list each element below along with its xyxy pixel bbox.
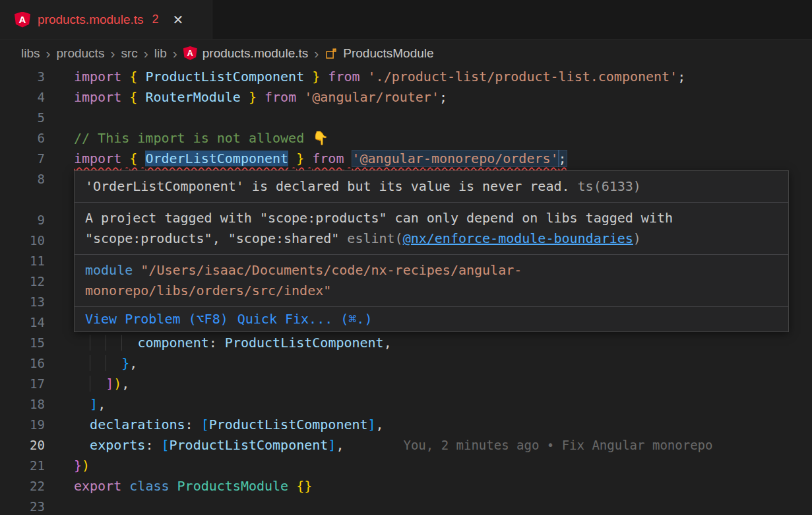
code-line[interactable]: 18 ],: [0, 394, 812, 415]
code-token: :: [185, 417, 201, 432]
line-number: 5: [0, 108, 45, 128]
code-token: ]: [368, 417, 376, 432]
line-number: 4: [0, 87, 45, 108]
code-line-content: declarations: [ProductListComponent],: [45, 415, 384, 435]
line-number: 8: [0, 169, 45, 189]
close-icon[interactable]: ✕: [173, 12, 184, 28]
line-number: [0, 189, 45, 210]
eslint-message-line2-text: "scope:products", "scope:shared": [85, 230, 347, 246]
code-token: [106, 335, 121, 351]
code-token: [74, 376, 90, 392]
code-token: [257, 89, 265, 105]
ts-diagnostic-message: 'OrderListComponent' is declared but its…: [85, 178, 570, 194]
tab-bar: A products.module.ts 2 ✕: [0, 0, 812, 40]
code-line[interactable]: 23: [0, 497, 812, 515]
tab-problem-count-badge: 2: [152, 13, 159, 26]
line-number: 13: [0, 292, 45, 312]
code-line-content: import { ProductListComponent } from './…: [45, 67, 685, 87]
code-line-content: import { OrderListComponent } from '@ang…: [45, 149, 567, 169]
code-token: [74, 437, 90, 453]
angular-letter: A: [187, 49, 193, 57]
view-problem-action[interactable]: View Problem (⌥F8): [85, 309, 228, 329]
code-line[interactable]: 4import { RouterModule } from '@angular/…: [0, 87, 812, 108]
code-line[interactable]: 20 exports: [ProductListComponent],You, …: [0, 435, 812, 456]
class-symbol-icon: [325, 47, 338, 60]
code-token: [121, 151, 129, 166]
line-number: 15: [0, 333, 45, 353]
code-token: [90, 376, 106, 392]
code-token: [90, 335, 106, 351]
code-token: {: [129, 151, 137, 166]
code-token: [288, 151, 296, 166]
code-line[interactable]: 19 declarations: [ProductListComponent],: [0, 415, 812, 435]
code-token: './product-list/product-list.component': [368, 69, 678, 85]
code-token: ,: [121, 376, 129, 392]
code-token: ,: [384, 335, 392, 351]
code-token: '@angular-monorepo/orders': [352, 151, 559, 166]
line-number: 21: [0, 456, 45, 476]
line-number: 22: [0, 476, 45, 497]
code-token: [121, 69, 129, 85]
code-token: [74, 355, 90, 371]
code-line-content: // This import is not allowed 👇: [45, 128, 328, 149]
code-token: ;: [439, 89, 447, 105]
code-line-content: [45, 312, 74, 333]
eslint-rule-link[interactable]: @nx/enforce-module-boundaries: [403, 230, 633, 246]
code-line[interactable]: 5: [0, 108, 812, 128]
chevron-right-icon: ›: [144, 46, 148, 60]
eslint-source-close: ): [633, 230, 641, 246]
chevron-right-icon: ›: [314, 46, 319, 60]
code-token: [74, 335, 90, 351]
vscode-window: A products.module.ts 2 ✕ libs › products…: [0, 0, 812, 515]
chevron-right-icon: ›: [46, 46, 51, 60]
code-token: [304, 151, 312, 166]
code-line-content: ]),: [45, 374, 129, 394]
code-line[interactable]: 6// This import is not allowed 👇: [0, 128, 812, 149]
code-line-content: }): [45, 456, 90, 476]
line-number: 23: [0, 497, 45, 515]
angular-letter: A: [19, 15, 26, 24]
line-number: 19: [0, 415, 45, 435]
code-line[interactable]: 21}): [0, 456, 812, 476]
line-number: 9: [0, 210, 45, 230]
code-token: // This import is not allowed 👇: [74, 130, 328, 146]
chevron-right-icon: ›: [173, 46, 177, 60]
tab-products-module[interactable]: A products.module.ts 2 ✕: [0, 0, 212, 39]
breadcrumb-item-symbol[interactable]: ProductsModule: [325, 46, 433, 61]
code-token: ,: [376, 417, 384, 432]
code-line-content: [45, 169, 74, 189]
line-number: 3: [0, 67, 45, 87]
code-line[interactable]: 16 },: [0, 353, 812, 374]
code-line-content: [45, 497, 74, 515]
code-token: [137, 151, 145, 166]
code-token: ,: [129, 355, 137, 371]
quick-fix-action[interactable]: Quick Fix... (⌘.): [237, 309, 373, 329]
code-line-content: [45, 230, 74, 251]
code-editor[interactable]: 3import { ProductListComponent } from '.…: [0, 67, 812, 515]
code-line[interactable]: 7import { OrderListComponent } from '@an…: [0, 149, 812, 169]
eslint-message-line2: "scope:products", "scope:shared" eslint(…: [85, 228, 778, 249]
code-line[interactable]: 15 component: ProductListComponent,: [0, 333, 812, 353]
tab-label: products.module.ts: [38, 13, 144, 27]
code-line[interactable]: 3import { ProductListComponent } from '.…: [0, 67, 812, 87]
hover-status-bar: View Problem (⌥F8) Quick Fix... (⌘.): [75, 307, 788, 331]
module-path-line2: monorepo/libs/orders/src/index": [85, 283, 331, 298]
ts-diagnostic-code: ts(6133): [578, 178, 641, 194]
breadcrumb-item-libs[interactable]: libs: [21, 46, 40, 61]
breadcrumb-item-src[interactable]: src: [121, 46, 137, 61]
breadcrumb-item-file[interactable]: A products.module.ts: [183, 46, 309, 61]
code-token: ProductListComponent: [170, 437, 328, 453]
angular-file-icon: A: [183, 46, 197, 60]
module-info-line1: module "/Users/isaac/Documents/code/nx-r…: [85, 260, 778, 281]
code-token: ProductListComponent: [225, 335, 384, 351]
breadcrumb-item-products[interactable]: products: [57, 46, 105, 61]
breadcrumb: libs › products › src › lib › A products…: [0, 40, 812, 67]
code-line[interactable]: 22export class ProductsModule {}: [0, 476, 812, 497]
code-token: ;: [559, 151, 567, 166]
code-line[interactable]: 17 ]),: [0, 374, 812, 394]
chevron-right-icon: ›: [110, 46, 115, 60]
hover-eslint-diagnostic: A project tagged with "scope:products" c…: [75, 203, 788, 255]
breadcrumb-item-lib[interactable]: lib: [154, 46, 167, 61]
code-token: {: [129, 89, 137, 105]
code-line-content: ],: [45, 394, 106, 415]
